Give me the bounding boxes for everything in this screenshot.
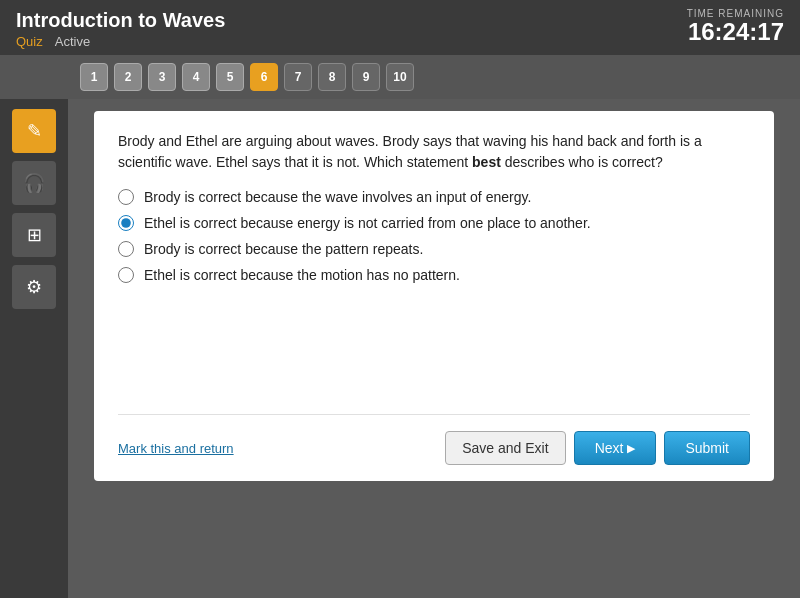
list-item[interactable]: Brody is correct because the pattern rep… (118, 241, 750, 257)
page-meta: Quiz Active (16, 34, 225, 49)
active-label: Active (55, 34, 90, 49)
quiz-card: Brody and Ethel are arguing about waves.… (94, 111, 774, 481)
footer-buttons: Save and Exit Next Submit (445, 431, 750, 465)
timer-block: TIME REMAINING 16:24:17 (687, 8, 784, 45)
save-exit-button[interactable]: Save and Exit (445, 431, 565, 465)
timer-value: 16:24:17 (687, 19, 784, 45)
list-item[interactable]: Ethel is correct because the motion has … (118, 267, 750, 283)
option2-label[interactable]: Ethel is correct because energy is not c… (144, 215, 591, 231)
card-footer: Mark this and return Save and Exit Next … (118, 414, 750, 465)
pencil-icon[interactable]: ✎ (12, 109, 56, 153)
content-area: Brody and Ethel are arguing about waves.… (68, 99, 800, 598)
mark-return-button[interactable]: Mark this and return (118, 441, 234, 456)
sidebar: ✎🎧⊞⚙ (0, 99, 68, 598)
option1-label[interactable]: Brody is correct because the wave involv… (144, 189, 531, 205)
question-nav-bar: 12345678910 (0, 55, 800, 99)
option1-radio[interactable] (118, 189, 134, 205)
question-nav-btn-5[interactable]: 5 (216, 63, 244, 91)
option4-label[interactable]: Ethel is correct because the motion has … (144, 267, 460, 283)
submit-button[interactable]: Submit (664, 431, 750, 465)
title-section: Introduction to Waves Quiz Active (16, 8, 225, 49)
settings-icon[interactable]: ⚙ (12, 265, 56, 309)
headphones-icon[interactable]: 🎧 (12, 161, 56, 205)
question-bold: best (472, 154, 501, 170)
question-nav-btn-10[interactable]: 10 (386, 63, 414, 91)
next-button[interactable]: Next (574, 431, 657, 465)
main-layout: ✎🎧⊞⚙ Brody and Ethel are arguing about w… (0, 99, 800, 598)
quiz-label: Quiz (16, 34, 43, 49)
options-list: Brody is correct because the wave involv… (118, 189, 750, 283)
question-text: Brody and Ethel are arguing about waves.… (118, 131, 750, 173)
question-nav-btn-4[interactable]: 4 (182, 63, 210, 91)
option2-radio[interactable] (118, 215, 134, 231)
page-title: Introduction to Waves (16, 8, 225, 32)
question-nav-btn-1[interactable]: 1 (80, 63, 108, 91)
option4-radio[interactable] (118, 267, 134, 283)
question-nav-btn-6[interactable]: 6 (250, 63, 278, 91)
top-bar: Introduction to Waves Quiz Active TIME R… (0, 0, 800, 55)
question-nav-btn-7[interactable]: 7 (284, 63, 312, 91)
list-item[interactable]: Ethel is correct because energy is not c… (118, 215, 750, 231)
option3-label[interactable]: Brody is correct because the pattern rep… (144, 241, 423, 257)
option3-radio[interactable] (118, 241, 134, 257)
list-item[interactable]: Brody is correct because the wave involv… (118, 189, 750, 205)
question-nav-btn-3[interactable]: 3 (148, 63, 176, 91)
question-nav-btn-9[interactable]: 9 (352, 63, 380, 91)
question-nav-btn-8[interactable]: 8 (318, 63, 346, 91)
calculator-icon[interactable]: ⊞ (12, 213, 56, 257)
question-nav-btn-2[interactable]: 2 (114, 63, 142, 91)
